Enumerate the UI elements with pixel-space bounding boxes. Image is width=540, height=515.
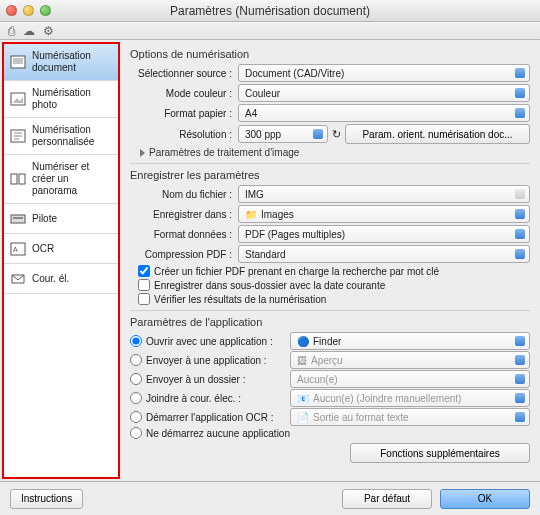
sidebar-item-scan-document[interactable]: Numérisation document <box>4 44 118 81</box>
scanner-tab-icon[interactable]: ⎙ <box>8 24 15 38</box>
colormode-select[interactable]: Couleur <box>238 84 530 102</box>
defaults-button[interactable]: Par défaut <box>342 489 432 509</box>
scan-options-title: Options de numérisation <box>130 48 530 60</box>
instructions-button[interactable]: Instructions <box>10 489 83 509</box>
send-to-app-radio[interactable]: Envoyer à une application : 🖼Aperçu <box>130 351 530 369</box>
ok-button[interactable]: OK <box>440 489 530 509</box>
window-title: Paramètres (Numérisation document) <box>0 4 540 18</box>
app-settings-title: Paramètres de l'application <box>130 316 530 328</box>
photo-icon <box>10 92 26 106</box>
attach-mail-radio[interactable]: Joindre à cour. élec. : 📧Aucun(e) (Joind… <box>130 389 530 407</box>
email-icon <box>10 272 26 286</box>
footer: Instructions Par défaut OK <box>0 481 540 515</box>
pdfcomp-select[interactable]: Standard <box>238 245 530 263</box>
text-output-icon: 📄 <box>297 412 309 423</box>
sidebar-item-email[interactable]: Cour. él. <box>4 264 118 294</box>
resolution-label: Résolution : <box>130 129 238 140</box>
open-with-app-radio[interactable]: Ouvrir avec une application : 🔵Finder <box>130 332 530 350</box>
sidebar-item-scan-photo[interactable]: Numérisation photo <box>4 81 118 118</box>
divider <box>130 163 530 164</box>
sidebar-item-label: OCR <box>32 243 54 255</box>
send-to-folder-select[interactable]: Aucun(e) <box>290 370 530 388</box>
tools-tab-icon[interactable]: ⚙ <box>43 24 54 38</box>
savein-label: Enregistrer dans : <box>130 209 238 220</box>
preview-icon: 🖼 <box>297 355 307 366</box>
svg-rect-0 <box>11 56 25 68</box>
sidebar-item-label: Numérisation document <box>32 50 112 74</box>
sidebar-item-scan-custom[interactable]: Numérisation personnalisée <box>4 118 118 155</box>
sidebar-item-driver[interactable]: Pilote <box>4 204 118 234</box>
driver-icon <box>10 212 26 226</box>
sidebar: Numérisation document Numérisation photo… <box>2 42 120 479</box>
mail-icon: 📧 <box>297 393 309 404</box>
subfolder-checkbox[interactable]: Enregistrer dans sous-dossier avec la da… <box>138 279 530 291</box>
document-icon <box>10 55 26 69</box>
custom-icon <box>10 129 26 143</box>
source-label: Sélectionner source : <box>130 68 238 79</box>
save-settings-title: Enregistrer les paramètres <box>130 169 530 181</box>
sidebar-item-stitch[interactable]: Numériser et créer un panorama <box>4 155 118 204</box>
start-ocr-radio[interactable]: Démarrer l'application OCR : 📄Sortie au … <box>130 408 530 426</box>
start-none-radio[interactable]: Ne démarrez aucune application <box>130 427 530 439</box>
colormode-label: Mode couleur : <box>130 88 238 99</box>
toolbar: ⎙ ☁ ⚙ <box>0 22 540 40</box>
send-to-app-select[interactable]: 🖼Aperçu <box>290 351 530 369</box>
orientation-settings-button[interactable]: Param. orient. numérisation doc... <box>345 124 530 144</box>
start-ocr-select[interactable]: 📄Sortie au format texte <box>290 408 530 426</box>
pdf-keyword-checkbox[interactable]: Créer un fichier PDF prenant en charge l… <box>138 265 530 277</box>
sidebar-item-label: Numériser et créer un panorama <box>32 161 112 197</box>
resolution-select[interactable]: 300 ppp <box>238 125 328 143</box>
svg-rect-8 <box>19 174 25 184</box>
filename-field[interactable]: IMG <box>238 185 530 203</box>
settings-window: Paramètres (Numérisation document) ⎙ ☁ ⚙… <box>0 0 540 515</box>
savein-select[interactable]: 📁Images <box>238 205 530 223</box>
cloud-tab-icon[interactable]: ☁ <box>23 24 35 38</box>
svg-rect-10 <box>13 217 23 219</box>
content-pane: Options de numérisation Sélectionner sou… <box>120 40 540 481</box>
papersize-label: Format papier : <box>130 108 238 119</box>
format-select[interactable]: PDF (Pages multiples) <box>238 225 530 243</box>
image-processing-disclosure[interactable]: Paramètres de traitement d'image <box>140 147 530 158</box>
papersize-select[interactable]: A4 <box>238 104 530 122</box>
titlebar: Paramètres (Numérisation document) <box>0 0 540 22</box>
additional-functions-button[interactable]: Fonctions supplémentaires <box>350 443 530 463</box>
panorama-icon <box>10 172 26 186</box>
ocr-icon: A <box>10 242 26 256</box>
sidebar-item-label: Pilote <box>32 213 57 225</box>
finder-icon: 🔵 <box>297 336 309 347</box>
divider <box>130 310 530 311</box>
sidebar-item-label: Numérisation photo <box>32 87 112 111</box>
sidebar-item-label: Numérisation personnalisée <box>32 124 112 148</box>
pdfcomp-label: Compression PDF : <box>130 249 238 260</box>
open-with-select[interactable]: 🔵Finder <box>290 332 530 350</box>
refresh-icon[interactable]: ↻ <box>332 128 341 141</box>
format-label: Format données : <box>130 229 238 240</box>
triangle-right-icon <box>140 149 145 157</box>
send-to-folder-radio[interactable]: Envoyer à un dossier : Aucun(e) <box>130 370 530 388</box>
sidebar-item-ocr[interactable]: A OCR <box>4 234 118 264</box>
filename-label: Nom du fichier : <box>130 189 238 200</box>
verify-checkbox[interactable]: Vérifier les résultats de la numérisatio… <box>138 293 530 305</box>
svg-text:A: A <box>13 246 18 253</box>
folder-icon: 📁 <box>245 209 257 220</box>
source-select[interactable]: Document (CAD/Vitre) <box>238 64 530 82</box>
svg-rect-7 <box>11 174 17 184</box>
attach-mail-select[interactable]: 📧Aucun(e) (Joindre manuellement) <box>290 389 530 407</box>
sidebar-item-label: Cour. él. <box>32 273 69 285</box>
